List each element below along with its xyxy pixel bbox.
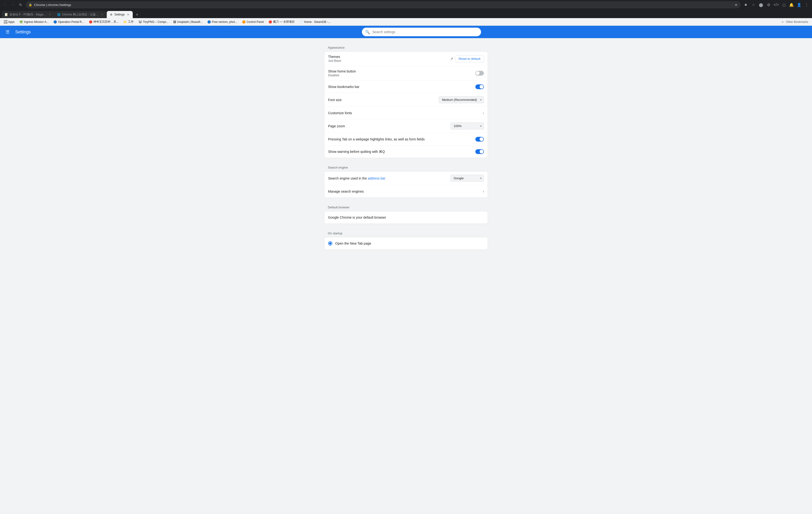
tab-3-close[interactable]: ✕ — [126, 12, 130, 17]
tab-1-close[interactable]: ✕ — [48, 12, 52, 17]
open-new-tab-label: Open the New Tab page — [335, 242, 484, 245]
apps-grid-icon — [4, 20, 7, 24]
page-zoom-row[interactable]: Page zoom 75% 90% 100% 110% 125% 150% — [324, 119, 488, 133]
manage-search-engines-row[interactable]: Manage search engines › — [324, 185, 488, 198]
back-button[interactable]: ← — [2, 1, 8, 8]
bookmark-tinypng[interactable]: 🐼 TinyPNG – Compr... — [137, 19, 170, 25]
settings-page: ☰ Settings 🔍 Appearance Themes Just Blac… — [0, 26, 812, 514]
notifications-icon[interactable]: 🔔 — [788, 1, 795, 8]
reload-button[interactable]: ↻ — [17, 1, 24, 8]
settings-title: Settings — [15, 30, 31, 34]
tab-1[interactable]: 📝 发表站子 - PC数码 - Stage1st... ✕ — [2, 11, 54, 18]
on-startup-card: Open the New Tab page — [324, 237, 488, 250]
open-new-tab-row[interactable]: Open the New Tab page — [324, 237, 488, 250]
bookmark-modao[interactable]: 🔴 魔刀 — 全部项目 — [267, 19, 297, 25]
chrome-icon[interactable]: ○ — [750, 1, 757, 8]
tab-highlight-toggle[interactable] — [475, 137, 484, 142]
show-bookmarks-bar-action — [475, 84, 484, 89]
tab-3[interactable]: ⚙ Settings ✕ — [107, 11, 133, 18]
search-input[interactable] — [372, 30, 478, 34]
manage-search-engines-info: Manage search engines — [328, 190, 483, 193]
themes-label: Themes — [328, 55, 450, 59]
forward-button[interactable]: → — [9, 1, 16, 8]
search-engine-dropdown[interactable]: Google Bing DuckDuckGo Yahoo — [451, 175, 484, 182]
bookmark-wiki-label: 神奇宝贝百科，关... — [93, 20, 119, 24]
on-startup-section-title: On startup — [324, 228, 488, 237]
bookmark-steamdb[interactable]: 📄 Home · SteamDB -... — [298, 19, 332, 25]
search-engine-used-row[interactable]: Search engine used in the address bar Go… — [324, 171, 488, 185]
menu-button[interactable]: ⋮ — [804, 1, 810, 8]
bookmark-ingress[interactable]: 🌿 Ingress Mission A... — [18, 19, 51, 25]
tab-2-close[interactable]: ✕ — [100, 12, 104, 17]
bookmark-controlpanel-icon: 🟠 — [242, 20, 245, 24]
quit-warning-row[interactable]: Show warning before quitting with ⌘Q — [324, 145, 488, 158]
quit-warning-label: Show warning before quitting with ⌘Q — [328, 150, 475, 154]
bookmark-apps[interactable]: Apps — [2, 19, 17, 25]
font-size-dropdown-wrapper: Small Medium (Recommended) Large Very La… — [439, 96, 484, 103]
settings-header: ☰ Settings 🔍 — [0, 26, 812, 38]
bookmark-wiki[interactable]: 🔴 神奇宝贝百科，关... — [87, 19, 121, 25]
bookmarks-more-button[interactable]: » Other Bookmarks — [780, 19, 810, 25]
settings-content: Appearance Themes Just Black ↗ Reset to … — [320, 38, 492, 264]
quit-warning-toggle[interactable] — [475, 149, 484, 154]
open-new-tab-radio[interactable] — [328, 241, 332, 246]
show-home-button-toggle[interactable] — [475, 71, 484, 76]
bookmark-controlpanel[interactable]: 🟠 Control Panel — [240, 19, 266, 25]
appearance-card: Themes Just Black ↗ Reset to default Sho… — [324, 51, 488, 158]
settings-icon[interactable]: ⚙ — [765, 1, 772, 8]
themes-info: Themes Just Black — [328, 55, 450, 62]
tab-1-title: 发表站子 - PC数码 - Stage1st... — [9, 12, 46, 17]
search-engine-section-title: Search engine — [324, 163, 488, 171]
bookmark-star-icon[interactable]: ★ — [734, 3, 738, 7]
tab-highlight-action — [475, 137, 484, 142]
show-home-button-label: Show home button — [328, 70, 475, 73]
bookmark-work-icon: 📁 — [123, 20, 127, 24]
cast-icon[interactable]: ◻ — [781, 1, 787, 8]
reset-to-default-button[interactable]: Reset to default — [455, 55, 484, 62]
devtools-icon[interactable]: </> — [773, 1, 780, 8]
browser-titlebar: ← → ↻ 🔒 Chrome | chrome://settings ★ ■ ○… — [0, 0, 812, 9]
customize-fonts-label: Customize fonts — [328, 111, 483, 115]
bookmark-freevec-label: Free vectors, phot... — [212, 20, 237, 24]
extensions-button[interactable]: ■ — [743, 1, 749, 8]
new-tab-button[interactable]: + — [134, 11, 140, 18]
themes-action: ↗ Reset to default — [450, 55, 484, 62]
appearance-section-title: Appearance — [324, 43, 488, 51]
bookmark-apps-label: Apps — [8, 20, 14, 24]
search-engine-used-label: Search engine used in the address bar — [328, 177, 451, 180]
settings-menu-button[interactable]: ☰ — [4, 28, 11, 36]
customize-fonts-action: › — [483, 111, 484, 115]
tab-highlight-label: Pressing Tab on a webpage highlights lin… — [328, 137, 475, 141]
themes-row[interactable]: Themes Just Black ↗ Reset to default — [324, 52, 488, 66]
page-zoom-dropdown[interactable]: 75% 90% 100% 110% 125% 150% — [451, 123, 484, 130]
show-bookmarks-bar-toggle[interactable] — [475, 84, 484, 89]
tab-highlight-info: Pressing Tab on a webpage highlights lin… — [328, 137, 475, 141]
address-bar-link[interactable]: address bar — [368, 177, 385, 180]
bookmark-portal[interactable]: 🔵 Operation Portal R... — [52, 19, 86, 25]
manage-search-engines-action: › — [483, 190, 484, 193]
tab-2[interactable]: 🌐 Chrome 网上应用店 - 主题背景 ✕ — [54, 11, 107, 18]
color-picker-icon[interactable]: ⬤ — [758, 1, 764, 8]
font-size-dropdown[interactable]: Small Medium (Recommended) Large Very La… — [439, 96, 484, 103]
bookmark-portal-icon: 🔵 — [53, 20, 57, 24]
show-home-button-row[interactable]: Show home button Disabled — [324, 66, 488, 81]
bookmark-work-label: 工作 — [128, 20, 134, 24]
font-size-row[interactable]: Font size Small Medium (Recommended) Lar… — [324, 93, 488, 107]
tabs-bar: 📝 发表站子 - PC数码 - Stage1st... ✕ 🌐 Chrome 网… — [0, 9, 812, 18]
bookmark-unsplash[interactable]: 🖼 Unsplash | Beautif... — [171, 19, 204, 25]
bookmark-freevec-icon: 🔵 — [207, 20, 211, 24]
bookmark-freevec[interactable]: 🔵 Free vectors, phot... — [205, 19, 239, 25]
tab-highlight-row[interactable]: Pressing Tab on a webpage highlights lin… — [324, 133, 488, 145]
profile-icon[interactable]: 👤 — [796, 1, 803, 8]
bookmarks-bar: Apps 🌿 Ingress Mission A... 🔵 Operation … — [0, 18, 812, 26]
settings-search-bar[interactable]: 🔍 — [362, 28, 481, 36]
default-browser-label: Google Chrome is your default browser — [328, 216, 484, 219]
font-size-info: Font size — [328, 98, 439, 102]
customize-fonts-row[interactable]: Customize fonts › — [324, 107, 488, 119]
search-engine-label-text: Search engine used in the — [328, 177, 367, 180]
show-bookmarks-bar-row[interactable]: Show bookmarks bar — [324, 81, 488, 93]
bookmark-work[interactable]: 📁 工作 — [121, 19, 136, 25]
manage-search-engines-chevron: › — [483, 190, 484, 193]
customize-fonts-info: Customize fonts — [328, 111, 483, 115]
address-bar[interactable]: 🔒 Chrome | chrome://settings ★ — [26, 1, 741, 8]
